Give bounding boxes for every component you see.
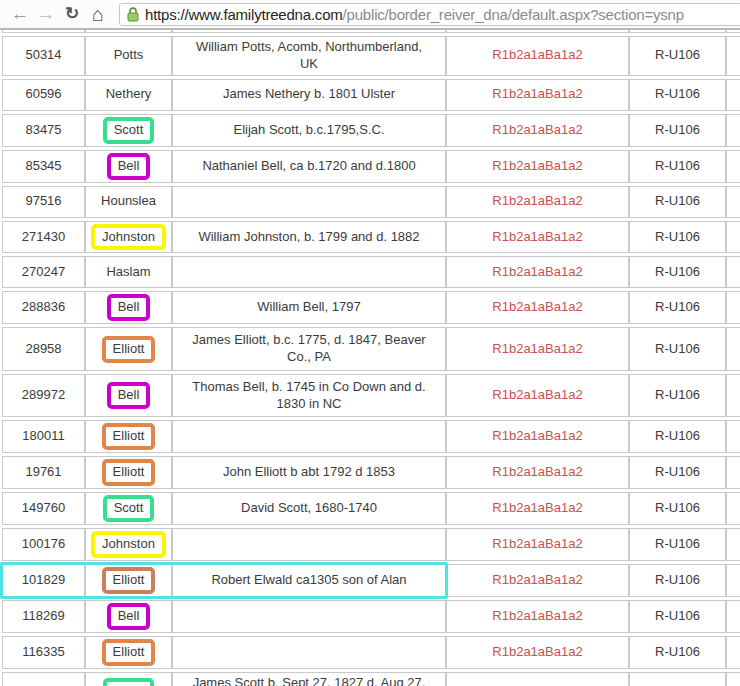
kit-number-cell: 288836 <box>2 291 85 324</box>
surname-cell: Elliott <box>85 327 172 371</box>
spacer-cell <box>726 420 740 453</box>
surname-highlight-box: Scott <box>103 117 155 144</box>
spacer-cell <box>726 492 740 525</box>
haplogroup-cell: R-U106 <box>629 150 726 183</box>
address-bar[interactable]: https://www.familytreedna.com/public/bor… <box>119 3 740 26</box>
surname-cell: Bell <box>85 291 172 324</box>
table-row: 19761 Elliott John Elliott b abt 1792 d … <box>2 456 740 489</box>
kit-number-cell: 83475 <box>2 114 85 147</box>
surname-highlight-box: Potts <box>114 47 144 64</box>
kit-number-cell: 19761 <box>2 456 85 489</box>
spacer-cell <box>726 636 740 669</box>
haplogroup-detail-cell: R1b2a1aBa1a2 <box>446 256 629 288</box>
surname-highlight-box: Bell <box>107 382 151 409</box>
haplogroup-detail-cell: R1b2a1aBa1a2 <box>446 327 629 371</box>
browser-window: ← → ↻ ⌂ https://www.familytreedna.com/pu… <box>0 0 740 686</box>
home-icon[interactable]: ⌂ <box>85 1 111 27</box>
surname-cell: Elliott <box>85 564 172 597</box>
haplogroup-cell: R-U106 <box>629 114 726 147</box>
haplogroup-detail-cell: R1b2a1aBa1a2 <box>446 114 629 147</box>
description-cell <box>172 256 446 288</box>
table-row: 60596 Nethery James Nethery b. 1801 Ulst… <box>2 79 740 111</box>
surname-cell: Johnston <box>85 221 172 254</box>
surname-cell: Elliott <box>85 420 172 453</box>
spacer-cell <box>726 327 740 371</box>
haplogroup-detail-cell: R1b2a1aBa1a2 <box>446 456 629 489</box>
spacer-cell <box>726 672 740 686</box>
url-path: /public/border_reiver_dna/default.aspx?s… <box>343 6 684 23</box>
spacer-cell <box>726 36 740 76</box>
surname-highlight-box: Elliott <box>102 423 156 450</box>
clipped-top-row: R1b2a1aBa1a2 <box>2 30 740 33</box>
haplogroup-cell: R-U106 <box>629 256 726 288</box>
table-row: 289972 Bell Thomas Bell, b. 1745 in Co D… <box>2 374 740 417</box>
table-row: 116335 Elliott R1b2a1aBa1a2 R-U106 <box>2 636 740 669</box>
forward-icon[interactable]: → <box>33 1 59 27</box>
description-cell: William Potts, Acomb, Northumberland, UK <box>172 36 446 76</box>
kit-number-cell: 118269 <box>2 600 85 633</box>
haplogroup-cell: R-U106 <box>629 528 726 561</box>
surname-cell: Potts <box>85 36 172 76</box>
kit-number-cell: 270247 <box>2 256 85 288</box>
page-content: R1b2a1aBa1a2 50314 Potts William Potts, … <box>0 30 740 686</box>
table-row: 270247 Haslam R1b2a1aBa1a2 R-U106 <box>2 256 740 288</box>
description-cell <box>172 30 446 33</box>
haplogroup-cell: R-U106 <box>629 221 726 254</box>
reload-icon[interactable]: ↻ <box>59 1 85 27</box>
spacer-cell <box>726 374 740 417</box>
surname-highlight-box: Bell <box>107 153 151 180</box>
url-text: https://www.familytreedna.com/public/bor… <box>145 6 684 23</box>
spacer-cell <box>726 79 740 111</box>
spacer-cell <box>726 150 740 183</box>
back-icon[interactable]: ← <box>7 1 33 27</box>
surname-cell: Scott <box>85 492 172 525</box>
description-cell: Elijah Scott, b.c.1795,S.C. <box>172 114 446 147</box>
surname-highlight-box: Haslam <box>106 264 150 281</box>
surname-cell: Bell <box>85 150 172 183</box>
haplogroup-cell: R-U106 <box>629 492 726 525</box>
haplogroup-cell: R-U106 <box>629 79 726 111</box>
haplogroup-detail-cell: R1b2a1aBa1a2 <box>446 186 629 218</box>
spacer-cell <box>726 564 740 597</box>
table-row: 180011 Elliott R1b2a1aBa1a2 R-U106 <box>2 420 740 453</box>
haplogroup-detail-cell: R1b2a1aBa1a2 <box>446 221 629 254</box>
padlock-icon <box>127 7 139 22</box>
description-cell: David Scott, 1680-1740 <box>172 492 446 525</box>
description-cell: James Elliott, b.c. 1775, d. 1847, Beave… <box>172 327 446 371</box>
haplogroup-detail-cell: R1b2a1aBa1a2 <box>446 30 629 33</box>
spacer-cell <box>726 456 740 489</box>
surname-cell: Bell <box>85 600 172 633</box>
kit-number-cell: 28958 <box>2 327 85 371</box>
haplogroup-detail-cell: R1b2a1aBa1a2 <box>446 36 629 76</box>
haplogroup-detail-cell: R1b2a1aBa1a2 <box>446 636 629 669</box>
surname-highlight-box: Elliott <box>102 567 156 594</box>
clipped-haplo-text: R1b2a1aBa1a2 <box>447 30 628 32</box>
description-cell <box>172 186 446 218</box>
dna-results-table: R1b2a1aBa1a2 50314 Potts William Potts, … <box>2 30 740 686</box>
kit-number-cell <box>2 30 85 33</box>
description-cell <box>172 636 446 669</box>
description-cell: James Nethery b. 1801 Ulster <box>172 79 446 111</box>
surname-cell: Scott <box>85 114 172 147</box>
kit-number-cell: 116335 <box>2 636 85 669</box>
spacer-cell <box>726 30 740 33</box>
description-cell: William Johnston, b. 1799 and d. 1882 <box>172 221 446 254</box>
table-row: 288836 Bell William Bell, 1797 R1b2a1aBa… <box>2 291 740 324</box>
kit-number-cell: 149760 <box>2 492 85 525</box>
haplogroup-detail-cell: R1b2a1aBa1a2 <box>446 528 629 561</box>
kit-number-cell: 97516 <box>2 186 85 218</box>
url-domain: https://www.familytreedna.com <box>145 6 343 23</box>
description-cell: John Elliott b abt 1792 d 1853 <box>172 456 446 489</box>
surname-cell: Elliott <box>85 636 172 669</box>
surname-cell: Johnston <box>85 528 172 561</box>
surname-cell: Scott <box>85 672 172 686</box>
kit-number-cell: 85345 <box>2 150 85 183</box>
haplogroup-cell: R-U106 <box>629 327 726 371</box>
surname-highlight-box: Bell <box>107 294 151 321</box>
surname-cell: Elliott <box>85 456 172 489</box>
surname-highlight-box: Nethery <box>106 86 152 103</box>
table-row: 50314 Potts William Potts, Acomb, Northu… <box>2 36 740 76</box>
description-cell: William Bell, 1797 <box>172 291 446 324</box>
surname-cell: Nethery <box>85 79 172 111</box>
haplogroup-cell: R-U106 <box>629 456 726 489</box>
